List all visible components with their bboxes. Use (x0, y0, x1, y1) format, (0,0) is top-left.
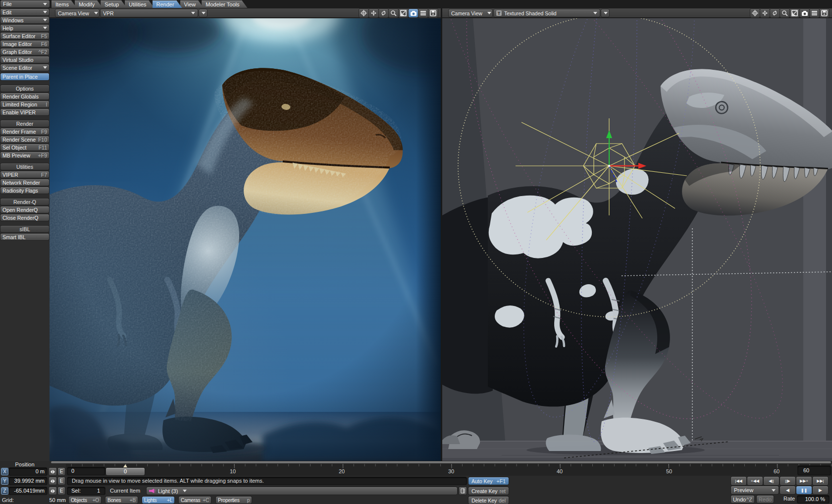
rotate-view-icon[interactable] (379, 9, 388, 17)
sidebar-item-enable-viper[interactable]: Enable VIPER (0, 109, 49, 115)
file-menu[interactable]: File (0, 0, 50, 7)
sidebar-item-render-frame[interactable]: Render FrameF9 (0, 128, 49, 135)
sidebar-item-parent-in-place[interactable]: Parent in Place (0, 73, 49, 80)
create-key-button[interactable]: Create Keyret (468, 487, 509, 495)
move-view-icon[interactable] (760, 9, 770, 17)
vpr-render-canvas[interactable] (50, 18, 441, 461)
list-icon[interactable] (810, 9, 819, 17)
step-forward-button[interactable]: ||▶ (780, 477, 795, 485)
tab-view[interactable]: View (180, 0, 204, 8)
sidebar-item-windows[interactable]: Windows (0, 17, 49, 23)
sidebar-item-limited-region[interactable]: Limited Regionl (0, 101, 49, 107)
view-type-dropdown[interactable]: Camera View (55, 9, 99, 17)
sidebar-item-surface-editor[interactable]: Surface EditorF5 (0, 33, 49, 39)
tab-render[interactable]: Render (153, 0, 182, 8)
axis-z-button[interactable]: Z (1, 488, 8, 494)
delete-key-button[interactable]: Delete Keydel (468, 497, 509, 504)
sidebar-item-graph-editor[interactable]: Graph Editor^F2 (0, 49, 49, 55)
save-view-icon[interactable] (428, 9, 438, 17)
y-stepper[interactable] (49, 477, 56, 485)
viewport-options-dropdown[interactable] (601, 9, 609, 17)
sidebar-item-viper[interactable]: VIPERF7 (0, 171, 49, 178)
render-mode-dropdown[interactable]: VPR (101, 9, 198, 17)
current-item-dropdown[interactable]: Light (3) (147, 487, 457, 495)
x-value-field[interactable]: 0 m (9, 468, 47, 475)
viewport-options-dropdown[interactable] (199, 9, 207, 17)
mode-cameras-button[interactable]: Cameras+C (179, 497, 211, 504)
sidebar-item-scene-editor[interactable]: Scene Editor (0, 64, 49, 71)
center-item-icon[interactable] (359, 9, 368, 17)
top-menu-bar: File Items Modify Setup Utilities Render… (0, 0, 832, 8)
sidebar-item-close-renderq[interactable]: Close RenderQ (0, 214, 49, 221)
sidebar-item-edit[interactable]: Edit (0, 9, 49, 15)
sidebar-item-virtual-studio[interactable]: Virtual Studio (0, 56, 49, 63)
tab-modeler-tools[interactable]: Modeler Tools (202, 0, 247, 8)
fit-view-icon[interactable] (790, 9, 799, 17)
tab-modify[interactable]: Modify (75, 0, 103, 8)
center-item-icon[interactable] (750, 9, 760, 17)
play-backward-button[interactable]: ◀ (780, 486, 795, 494)
redo-button[interactable]: Redo (757, 496, 774, 503)
light-icon (149, 488, 156, 494)
axis-y-button[interactable]: Y (1, 478, 8, 484)
sidebar-item-help[interactable]: Help (0, 25, 49, 31)
go-to-end-button[interactable]: ▶▶| (813, 477, 828, 485)
zoom-view-icon[interactable] (780, 9, 789, 17)
preview-dropdown[interactable]: Preview (731, 486, 779, 494)
y-envelope-button[interactable]: E (58, 477, 65, 485)
next-key-button[interactable]: ▶▶+ (796, 477, 812, 485)
sidebar-item-mb-preview[interactable]: MB Preview+F9 (0, 152, 49, 158)
frame-slider-handle[interactable]: 0 (106, 468, 145, 475)
properties-button[interactable]: Propertiesp (216, 497, 252, 504)
auto-key-button[interactable]: Auto Key+F1 (468, 477, 509, 485)
view-type-dropdown[interactable]: Camera View (449, 9, 492, 17)
undo-button[interactable]: Undo^Z (731, 496, 754, 503)
sidebar-item-radiosity-flags[interactable]: Radiosity Flags (0, 187, 49, 194)
sidebar-item-sel-object[interactable]: Sel ObjectF11 (0, 144, 49, 151)
mode-lights-button[interactable]: Lights+L (142, 497, 174, 504)
sidebar-item-open-renderq[interactable]: Open RenderQ (0, 206, 49, 213)
z-value-field[interactable]: -65.0419mm (9, 487, 47, 495)
move-view-icon[interactable] (369, 9, 378, 17)
fit-view-icon[interactable] (399, 9, 408, 17)
current-frame-field[interactable]: 0 (67, 467, 105, 475)
z-envelope-button[interactable]: E (58, 487, 65, 495)
tool-sidebar: Edit Windows Help Surface EditorF5 Image… (0, 8, 50, 461)
z-stepper[interactable] (49, 487, 56, 495)
camera-icon[interactable] (409, 9, 418, 17)
pause-button[interactable]: ❚❚ (796, 486, 812, 494)
rate-field[interactable]: 100.0 % (797, 496, 829, 503)
end-frame-field[interactable]: 60 (798, 466, 831, 475)
tab-setup[interactable]: Setup (101, 0, 127, 8)
tab-items[interactable]: Items (52, 0, 77, 8)
go-to-start-button[interactable]: |◀◀ (731, 477, 746, 485)
axis-x-button[interactable]: X (1, 468, 8, 475)
sidebar-item-smart-ibl[interactable]: Smart IBL (0, 234, 49, 240)
x-stepper[interactable] (49, 468, 56, 475)
sidebar-item-render-globals[interactable]: Render Globals (0, 93, 49, 100)
shaded-view-canvas[interactable] (442, 18, 832, 461)
chevron-down-icon (43, 19, 47, 21)
x-envelope-button[interactable]: E (58, 468, 65, 475)
camera-icon[interactable] (800, 9, 809, 17)
list-icon[interactable] (418, 9, 428, 17)
sidebar-item-render-scene[interactable]: Render SceneF10 (0, 136, 49, 143)
chevron-down-icon (43, 27, 47, 29)
save-view-icon[interactable] (820, 9, 829, 17)
y-value-field[interactable]: 39.9992 mm (9, 477, 47, 485)
step-back-button[interactable]: ◀|| (764, 477, 779, 485)
zoom-view-icon[interactable] (389, 9, 398, 17)
sidebar-group-utilities: Utilities (0, 163, 49, 170)
timeline-ruler[interactable]: 10 20 30 40 50 60 0 0 60 (66, 464, 832, 476)
sidebar-item-image-editor[interactable]: Image EditorF6 (0, 41, 49, 47)
mode-objects-button[interactable]: Objects+O (69, 497, 101, 504)
prev-key-button[interactable]: +◀◀ (747, 477, 763, 485)
render-mode-dropdown[interactable]: T Textured Shaded Solid (494, 9, 600, 17)
play-forward-button[interactable]: ▶ (813, 486, 828, 494)
tab-utilities[interactable]: Utilities (125, 0, 154, 8)
mode-bones-button[interactable]: Bones+B (105, 497, 138, 504)
rotate-view-icon[interactable] (770, 9, 780, 17)
item-properties-button[interactable] (459, 487, 467, 495)
timeline-grab-bar[interactable] (51, 461, 831, 463)
sidebar-item-network-render[interactable]: Network Render (0, 179, 49, 186)
